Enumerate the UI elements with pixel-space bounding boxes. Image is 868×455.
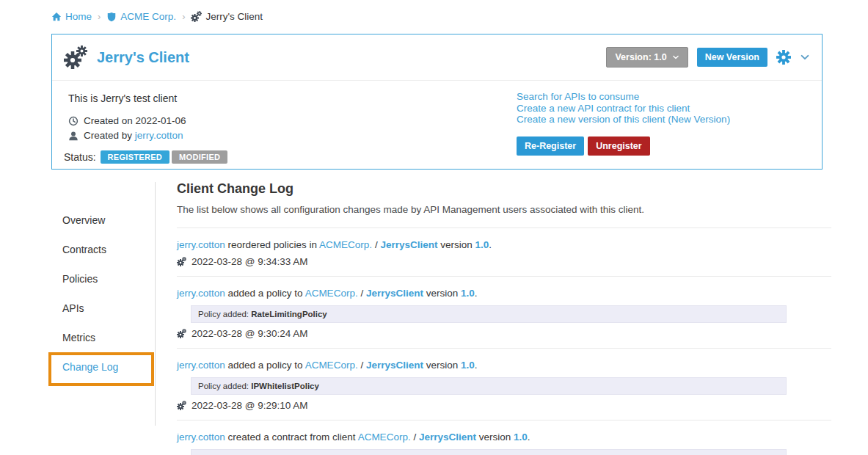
text: / (358, 288, 366, 299)
sidebar-item-apis[interactable]: APIs (51, 294, 155, 323)
breadcrumb: Home › ACME Corp. › Jerry's Client (51, 11, 263, 22)
breadcrumb-home[interactable]: Home (51, 11, 92, 22)
sidebar-item-policies[interactable]: Policies (51, 264, 155, 294)
text: reordered policies in (225, 239, 319, 250)
client-link[interactable]: JerrysClient (366, 360, 423, 371)
card-body: This is Jerry's test client Created on 2… (52, 81, 822, 164)
card-header: Jerry's Client Version: 1.0 New Version (52, 34, 822, 81)
policy-name: IPWhitelistPolicy (251, 382, 319, 390)
sidebar-item-contracts[interactable]: Contracts (51, 235, 155, 264)
changelog-entry: jerry.cotton created a contract from cli… (177, 421, 831, 455)
version-link[interactable]: 1.0 (475, 239, 489, 250)
org-link[interactable]: ACMECorp. (305, 288, 358, 299)
user-link[interactable]: jerry.cotton (177, 239, 225, 250)
created-on-text: Created on 2022-01-06 (84, 115, 186, 126)
entry-timestamp-row: 2022-03-28 @ 9:29:10 AM (177, 400, 831, 411)
sidebar-nav: OverviewContractsPoliciesAPIsMetricsChan… (51, 182, 156, 426)
sidebar-item-change-log[interactable]: Change Log (51, 352, 155, 382)
created-on-row: Created on 2022-01-06 (68, 115, 517, 126)
user-icon (68, 131, 79, 141)
text: / (411, 432, 419, 443)
timestamp: 2022-03-28 @ 9:29:10 AM (192, 400, 308, 411)
text: version (423, 288, 461, 299)
text: . (489, 239, 492, 250)
entry-summary: jerry.cotton reordered policies in ACMEC… (177, 239, 831, 251)
client-info-column: This is Jerry's test client Created on 2… (64, 90, 517, 164)
text: . (475, 288, 478, 299)
changelog-panel: Client Change Log The list below shows a… (177, 181, 831, 455)
entry-summary: jerry.cotton added a policy to ACMECorp.… (177, 287, 831, 299)
entry-summary: jerry.cotton added a policy to ACMECorp.… (177, 359, 831, 371)
client-link[interactable]: JerrysClient (380, 239, 437, 250)
text: Policy added: (198, 310, 251, 318)
unregister-button[interactable]: Unregister (588, 136, 650, 156)
client-description: This is Jerry's test client (68, 92, 517, 104)
text: / (372, 239, 380, 250)
breadcrumb-separator: › (182, 11, 185, 22)
section-subtitle: The list below shows all configuration c… (177, 203, 831, 216)
status-label: Status: (64, 151, 96, 163)
create-contract-link[interactable]: Create a new API contract for this clien… (517, 103, 810, 114)
created-by-text: Created by jerry.cotton (84, 130, 183, 141)
entry-detail-box: Policy added: IPWhitelistPolicy (191, 377, 787, 395)
breadcrumb-client: Jerry's Client (191, 11, 263, 22)
text: version (476, 432, 514, 443)
timestamp: 2022-03-28 @ 9:34:33 AM (192, 256, 308, 267)
breadcrumb-home-label: Home (65, 11, 92, 22)
version-link[interactable]: 1.0 (514, 432, 528, 443)
section-title: Client Change Log (177, 181, 831, 197)
user-link[interactable]: jerry.cotton (177, 432, 225, 443)
cogs-icon (177, 401, 186, 410)
version-dropdown-label: Version: 1.0 (615, 52, 666, 62)
sidebar-item-metrics[interactable]: Metrics (51, 323, 155, 352)
client-link[interactable]: JerrysClient (419, 432, 476, 443)
chevron-down-icon[interactable] (800, 52, 810, 62)
clock-icon (68, 116, 79, 126)
policy-name: RateLimitingPolicy (251, 310, 327, 318)
text: . (528, 432, 530, 443)
created-by-user-link[interactable]: jerry.cotton (135, 130, 183, 141)
entry-timestamp-row: 2022-03-28 @ 9:30:24 AM (177, 328, 831, 339)
new-version-button[interactable]: New Version (697, 48, 767, 67)
version-link[interactable]: 1.0 (461, 360, 475, 371)
text: / (358, 360, 366, 371)
breadcrumb-client-label: Jerry's Client (205, 11, 263, 22)
changelog-entry: jerry.cotton added a policy to ACMECorp.… (177, 349, 831, 411)
status-row: Status: REGISTEREDMODIFIED (64, 150, 517, 164)
changelog-entry: jerry.cotton added a policy to ACMECorp.… (177, 277, 831, 339)
text: created a contract from client (225, 432, 358, 443)
entry-timestamp-row: 2022-03-28 @ 9:34:33 AM (177, 256, 831, 267)
text: added a policy to (225, 360, 305, 371)
entry-summary: jerry.cotton created a contract from cli… (177, 431, 831, 443)
create-version-link[interactable]: Create a new version of this client (New… (517, 114, 810, 125)
cogs-icon (191, 11, 202, 22)
search-apis-link[interactable]: Search for APIs to consume (517, 91, 810, 103)
cogs-icon (177, 257, 186, 266)
text: . (475, 360, 478, 371)
org-link[interactable]: ACMECorp. (305, 360, 358, 371)
text: version (437, 239, 475, 250)
client-actions-column: Search for APIs to consumeCreate a new A… (517, 90, 810, 164)
version-link[interactable]: 1.0 (461, 288, 475, 299)
text: Policy added: (198, 382, 251, 390)
client-link[interactable]: JerrysClient (366, 288, 423, 299)
client-summary-card: Jerry's Client Version: 1.0 New Version … (51, 34, 823, 170)
created-by-row: Created by jerry.cotton (68, 130, 517, 141)
version-dropdown[interactable]: Version: 1.0 (606, 47, 688, 68)
shield-icon (106, 12, 117, 22)
text: version (423, 360, 461, 371)
org-link[interactable]: ACMECorp. (319, 239, 372, 250)
org-link[interactable]: ACMECorp. (358, 432, 411, 443)
sidebar-item-overview[interactable]: Overview (51, 205, 155, 235)
reregister-button[interactable]: Re-Register (517, 136, 584, 156)
user-link[interactable]: jerry.cotton (177, 360, 225, 371)
timestamp: 2022-03-28 @ 9:30:24 AM (192, 328, 308, 339)
cogs-icon (64, 46, 87, 69)
home-icon (51, 12, 62, 22)
breadcrumb-org[interactable]: ACME Corp. (106, 11, 176, 22)
breadcrumb-org-label: ACME Corp. (120, 11, 176, 22)
user-link[interactable]: jerry.cotton (177, 288, 225, 299)
chevron-down-icon (672, 54, 679, 61)
gear-icon[interactable] (776, 50, 791, 65)
status-badge: MODIFIED (172, 150, 227, 164)
